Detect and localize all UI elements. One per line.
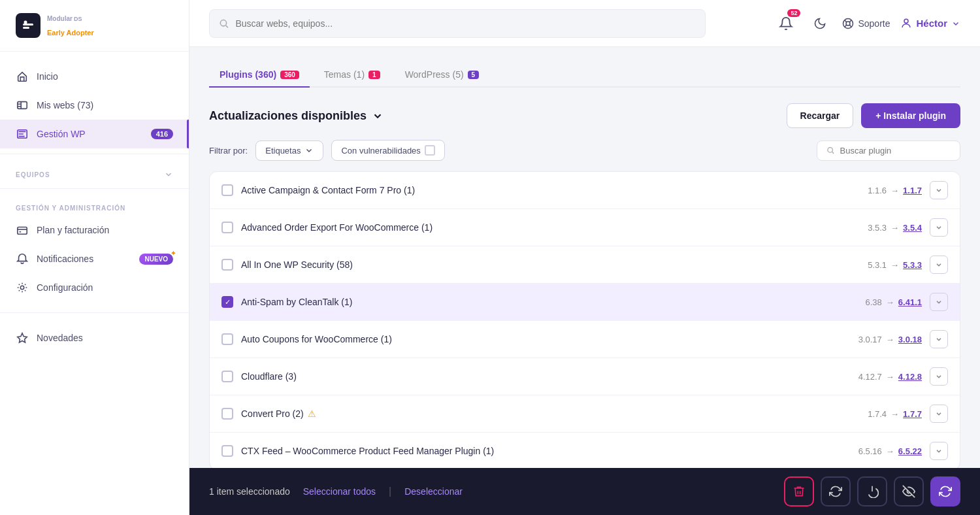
eye-off-icon (902, 485, 915, 498)
deselect-link[interactable]: Deseleccionar (404, 486, 463, 497)
version-to[interactable]: 4.12.8 (898, 372, 922, 382)
plugin-search[interactable] (817, 141, 960, 161)
arrow-icon: → (886, 297, 894, 307)
version-to[interactable]: 6.5.22 (898, 446, 922, 456)
plugin-checkbox[interactable] (221, 445, 233, 457)
version-info: 4.12.7→4.12.8 (858, 372, 922, 382)
sidebar-item-notificaciones[interactable]: Notificaciones NUEVO (0, 244, 189, 273)
plugin-row: Auto Coupons for WooCommerce (1)3.0.17→3… (210, 321, 960, 358)
logo-text: ModularDS Early Adopter (47, 15, 94, 37)
tab-plugins-label: Plugins (360) (220, 69, 276, 80)
expand-button[interactable] (930, 442, 948, 460)
tab-wordpress[interactable]: WordPress (5) 5 (395, 63, 490, 88)
global-search[interactable] (209, 9, 706, 38)
tags-filter[interactable]: Etiquetas (255, 141, 323, 161)
plugin-row: Convert Pro (2)⚠1.7.4→1.7.7 (210, 395, 960, 433)
vulnerabilities-checkbox[interactable] (425, 145, 435, 156)
sidebar-item-novedades[interactable]: Novedades (0, 324, 189, 352)
sidebar-item-configuracion[interactable]: Configuración (0, 273, 189, 302)
plugin-checkbox[interactable]: ✓ (221, 296, 233, 308)
tab-plugins[interactable]: Plugins (360) 360 (209, 63, 310, 88)
plugin-name: Auto Coupons for WooCommerce (1) (241, 334, 851, 344)
delete-button[interactable] (784, 476, 814, 507)
version-to[interactable]: 5.3.3 (903, 260, 922, 270)
version-to[interactable]: 3.5.4 (903, 223, 922, 233)
bottom-bar: 1 item seleccionado Seleccionar todos | … (189, 468, 980, 515)
version-from: 1.7.4 (868, 409, 887, 419)
search-icon (826, 146, 834, 155)
expand-button[interactable] (930, 181, 948, 199)
plugin-checkbox[interactable] (221, 371, 233, 382)
version-info: 6.38→6.41.1 (866, 297, 922, 307)
tab-plugins-badge: 360 (280, 71, 299, 79)
sidebar-item-label: Plan y facturación (37, 225, 109, 235)
notifications-count: 52 (787, 9, 800, 17)
power-icon (866, 485, 879, 498)
version-from: 5.3.1 (868, 260, 887, 270)
plugin-row: Cloudflare (3)4.12.7→4.12.8 (210, 358, 960, 395)
plugin-name: Convert Pro (2)⚠ (241, 408, 860, 419)
version-info: 6.5.16→6.5.22 (858, 446, 922, 456)
install-plugin-button[interactable]: + Instalar plugin (861, 103, 960, 128)
search-input[interactable] (235, 18, 696, 29)
expand-button[interactable] (930, 256, 948, 274)
plugin-checkbox[interactable] (221, 222, 233, 233)
topbar-actions: 52 Soporte Héctor (774, 12, 960, 35)
dark-mode-toggle[interactable] (808, 12, 832, 35)
svg-point-7 (220, 20, 226, 25)
sidebar-item-inicio[interactable]: Inicio (0, 62, 189, 91)
topbar: 52 Soporte Héctor (189, 0, 980, 47)
sidebar-item-label: Inicio (37, 71, 58, 82)
user-menu-button[interactable]: Héctor (900, 18, 960, 29)
version-from: 3.0.17 (858, 335, 882, 344)
expand-button[interactable] (930, 218, 948, 237)
user-icon (900, 18, 912, 29)
logo-suffix: DS (74, 16, 82, 22)
notifications-button[interactable]: 52 (774, 12, 798, 35)
version-to[interactable]: 6.41.1 (898, 297, 922, 307)
plugin-checkbox[interactable] (221, 333, 233, 345)
sidebar-item-label: Notificaciones (37, 254, 93, 264)
auto-update-button[interactable] (821, 476, 851, 507)
expand-button[interactable] (930, 330, 948, 348)
svg-point-9 (846, 22, 850, 25)
trash-icon (792, 485, 806, 498)
expand-button[interactable] (930, 367, 948, 386)
reload-button[interactable]: Recargar (787, 103, 854, 128)
power-button[interactable] (857, 476, 887, 507)
plugin-checkbox[interactable] (221, 184, 233, 196)
expand-button[interactable] (930, 293, 948, 311)
list-header: Actualizaciones disponibles Recargar + I… (209, 103, 960, 128)
gestion-wp-badge: 416 (151, 129, 173, 139)
chevron-down-icon[interactable] (372, 110, 384, 122)
visibility-button[interactable] (894, 476, 924, 507)
selected-info: 1 item seleccionado (209, 486, 290, 497)
select-all-link[interactable]: Seleccionar todos (303, 486, 376, 497)
moon-icon (813, 17, 826, 30)
expand-button[interactable] (930, 405, 948, 423)
version-from: 4.12.7 (858, 372, 882, 382)
vulnerabilities-filter[interactable]: Con vulnerabilidades (331, 140, 444, 161)
update-icon (939, 485, 952, 498)
plugin-checkbox[interactable] (221, 259, 233, 271)
sidebar-item-label: Gestión WP (37, 129, 86, 139)
plugin-checkbox[interactable] (221, 408, 233, 420)
svg-rect-1 (23, 27, 29, 29)
star-icon (16, 331, 29, 344)
svg-point-2 (24, 21, 27, 24)
sidebar-item-label: Novedades (37, 333, 83, 343)
plugin-search-input[interactable] (840, 146, 951, 156)
sidebar-item-gestion-wp[interactable]: Gestión WP 416 (0, 120, 189, 148)
version-to[interactable]: 1.1.7 (903, 186, 922, 195)
tab-temas[interactable]: Temas (1) 1 (314, 63, 391, 88)
version-to[interactable]: 1.7.7 (903, 409, 922, 419)
version-info: 3.0.17→3.0.18 (858, 335, 922, 344)
plugin-name: Cloudflare (3) (241, 371, 851, 382)
support-button[interactable]: Soporte (842, 18, 890, 29)
separator: | (389, 486, 391, 497)
sidebar-item-plan-facturacion[interactable]: Plan y facturación (0, 216, 189, 244)
sidebar-item-mis-webs[interactable]: Mis webs (73) (0, 91, 189, 120)
version-from: 1.1.6 (868, 186, 887, 195)
version-to[interactable]: 3.0.18 (898, 335, 922, 344)
update-button[interactable] (930, 476, 960, 507)
